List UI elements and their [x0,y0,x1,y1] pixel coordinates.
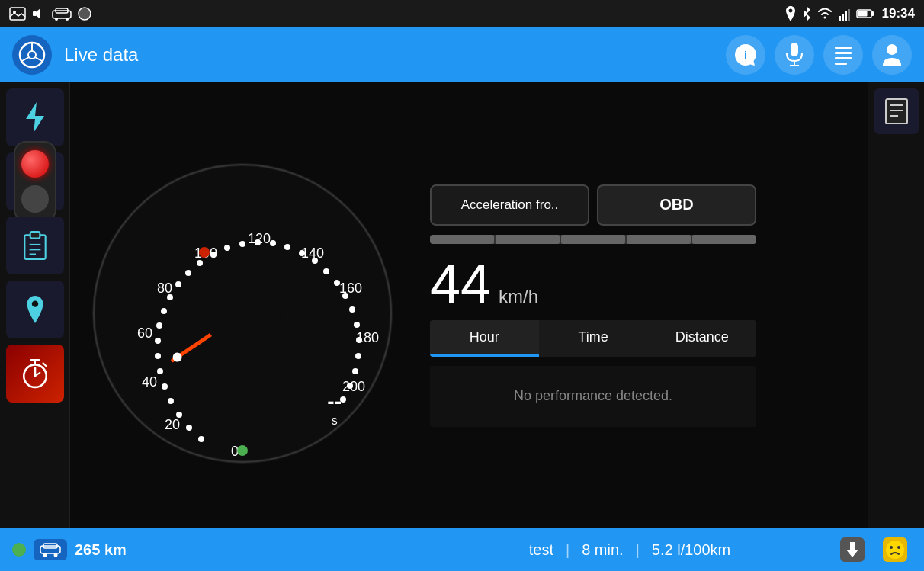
svg-point-6 [55,18,58,21]
svg-text:i: i [744,50,747,62]
speed-value: 44 [430,256,491,311]
svg-point-94 [204,275,281,351]
events-button[interactable] [6,88,64,146]
thumbs-down-button[interactable] [836,533,869,566]
person-button[interactable] [872,35,912,75]
list-button[interactable] [823,35,863,75]
traffic-light-button[interactable] [6,152,64,210]
right-panel: Acceleration fro.. OBD 44 [418,172,768,439]
chat-info-icon: i [733,43,758,67]
svg-rect-10 [842,14,844,21]
mic-button[interactable] [775,35,814,75]
svg-point-29 [887,44,897,55]
svg-point-107 [897,546,900,549]
svg-text:80: 80 [157,281,172,296]
svg-point-57 [198,436,204,442]
svg-point-102 [54,553,58,557]
performance-area: No performance detected. [430,366,756,427]
svg-point-7 [66,18,69,21]
svg-point-36 [31,300,37,306]
svg-rect-9 [839,16,841,21]
obd-button[interactable]: OBD [597,184,756,226]
tab-time[interactable]: Time [539,320,648,357]
gps-dot [12,543,26,557]
svg-text:60: 60 [137,326,152,341]
svg-point-74 [255,239,261,245]
location-button[interactable] [6,281,64,338]
svg-rect-27 [835,57,852,59]
signal-icon [838,7,852,21]
svg-marker-30 [26,102,44,133]
svg-point-62 [157,368,163,374]
svg-line-19 [22,57,29,61]
progress-bar [430,235,756,244]
mic-icon [784,43,805,67]
distance-display: 265 km [75,541,127,559]
right-sidebar [868,82,924,528]
svg-point-71 [210,252,217,258]
svg-text:40: 40 [142,374,157,390]
svg-rect-28 [835,63,847,65]
thumbs-down-icon [839,536,866,563]
svg-point-90 [237,445,248,456]
app-title: Live data [64,44,726,66]
app-bar: Live data i [0,27,924,82]
svg-point-78 [312,258,318,264]
svg-point-73 [239,241,245,247]
svg-text:20: 20 [165,417,180,432]
svg-line-42 [43,363,46,366]
main-content: dots 20 40 [0,82,924,528]
speedometer: dots 20 40 [82,146,403,466]
sad-face-button[interactable] [878,533,912,566]
battery-icon [856,8,874,19]
svg-point-59 [176,412,182,418]
svg-point-101 [43,553,47,557]
green-light [21,185,49,213]
timer-unit: s [327,414,342,428]
svg-point-86 [352,368,358,374]
svg-point-81 [342,293,348,299]
tab-hour[interactable]: Hour [430,320,539,357]
volume-icon [32,7,46,21]
svg-point-67 [167,294,173,300]
timer-value: -- [327,390,342,414]
chat-info-button[interactable]: i [726,35,765,75]
svg-point-82 [349,306,355,313]
svg-point-58 [186,425,192,431]
no-performance-text: No performance detected. [514,388,672,404]
speedometer-svg: dots 20 40 [82,146,403,466]
svg-rect-0 [10,8,25,20]
acceleration-button[interactable]: Acceleration fro.. [430,184,589,226]
status-left-icons [9,7,91,21]
location-status-icon [784,6,797,21]
clipboard-icon [20,230,50,261]
tab-distance[interactable]: Distance [647,320,756,357]
progress-seg-1 [430,235,494,244]
top-controls: Acceleration fro.. OBD [430,184,756,226]
speedometer-area: dots 20 40 [70,82,868,528]
progress-seg-4 [627,235,691,244]
svg-point-106 [890,546,893,549]
image-icon [9,7,26,21]
circle-status-icon [78,7,91,21]
notes-button[interactable] [874,88,919,134]
notes-icon [883,98,910,125]
svg-marker-3 [37,8,40,19]
traffic-light-widget [14,141,56,222]
svg-point-60 [168,398,174,404]
trip-name: test [529,541,553,559]
timer-button[interactable] [6,345,64,403]
svg-point-83 [354,322,360,328]
svg-point-68 [175,281,181,287]
svg-rect-25 [835,47,852,49]
clipboard-button[interactable] [6,217,64,274]
performance-tabs: Hour Time Distance [430,320,756,357]
clock-display: 19:34 [882,6,915,21]
svg-rect-14 [871,11,874,16]
steering-wheel-icon [18,41,46,69]
svg-point-105 [886,541,904,559]
sad-face-icon [881,536,909,563]
bottom-bar: 265 km test | 8 min. | 5.2 l/100km [0,528,924,571]
svg-point-61 [162,383,168,390]
svg-rect-22 [791,43,798,56]
